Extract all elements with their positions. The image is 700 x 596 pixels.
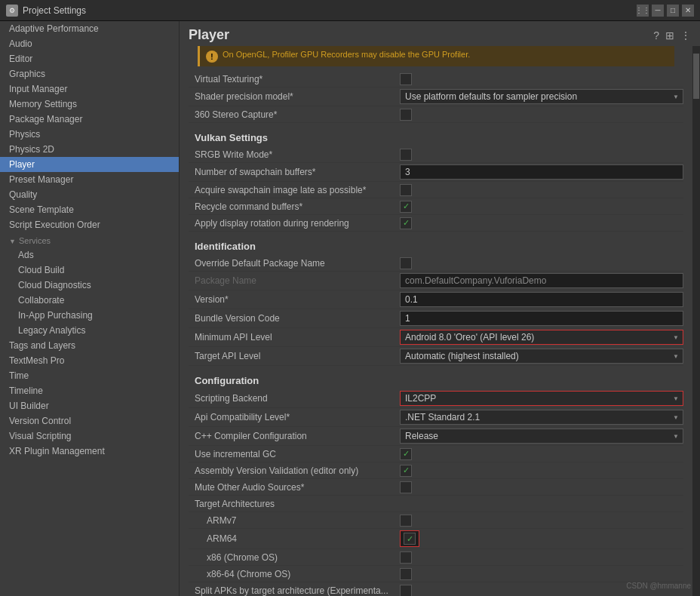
settings-value <box>400 164 683 180</box>
menu-btn[interactable]: ⋮⋮ <box>637 5 649 17</box>
acquire-swapchain-checkbox[interactable] <box>400 184 412 196</box>
sidebar-item-textmesh-pro[interactable]: TextMesh Pro <box>0 353 179 368</box>
settings-value <box>400 515 683 527</box>
content-header: Player ? ⊞ ⋮ <box>180 21 700 46</box>
settings-label: Shader precision model* <box>189 91 400 102</box>
sidebar-item-tags-and-layers[interactable]: Tags and Layers <box>0 338 179 353</box>
settings-value <box>400 481 683 493</box>
layout-icon[interactable]: ⊞ <box>665 29 674 41</box>
settings-label: Recycle command buffers* <box>189 201 400 212</box>
min-api-dropdown[interactable]: Android 8.0 'Oreo' (API level 26) <box>400 330 683 345</box>
settings-label: x86-64 (Chrome OS) <box>189 569 400 579</box>
settings-row: Package Name <box>189 272 683 290</box>
sidebar-item-physics[interactable]: Physics <box>0 127 179 142</box>
sidebar-item-visual-scripting[interactable]: Visual Scripting <box>0 429 179 444</box>
scripting-backend-dropdown[interactable]: IL2CPP <box>400 391 683 406</box>
settings-row: Assembly Version Validation (editor only… <box>189 462 683 479</box>
settings-label: Target API Level <box>189 351 400 361</box>
settings-row: ARM64 <box>189 529 683 549</box>
stereo-capture-checkbox[interactable] <box>400 109 412 121</box>
settings-row: C++ Compiler Configuration Release <box>189 427 683 446</box>
settings-value <box>400 292 683 307</box>
display-rotation-checkbox[interactable] <box>400 217 412 229</box>
settings-value <box>400 273 683 288</box>
virtual-texturing-checkbox[interactable] <box>400 73 412 85</box>
maximize-btn[interactable]: □ <box>667 5 679 17</box>
sidebar-item-time[interactable]: Time <box>0 368 179 383</box>
settings-label: Version* <box>189 294 400 305</box>
sidebar-item-input-manager[interactable]: Input Manager <box>0 81 179 97</box>
header-icons: ? ⊞ ⋮ <box>653 29 691 41</box>
close-btn[interactable]: ✕ <box>682 5 694 17</box>
srgb-checkbox[interactable] <box>400 149 412 161</box>
sidebar-item-in-app-purchasing[interactable]: In-App Purchasing <box>0 308 179 323</box>
settings-row: Virtual Texturing* <box>189 71 683 88</box>
sidebar-item-preset-manager[interactable]: Preset Manager <box>0 172 179 187</box>
x86-checkbox[interactable] <box>400 551 412 564</box>
split-apks-checkbox[interactable] <box>400 585 412 597</box>
recycle-cmd-checkbox[interactable] <box>400 201 412 213</box>
settings-row: Target API Level Automatic (highest inst… <box>189 347 683 366</box>
sidebar-item-cloud-diagnostics[interactable]: Cloud Diagnostics <box>0 278 179 293</box>
sidebar-item-cloud-build[interactable]: Cloud Build <box>0 263 179 278</box>
api-compat-dropdown[interactable]: .NET Standard 2.1 <box>400 410 683 425</box>
right-scrollbar[interactable] <box>692 46 700 596</box>
arm64-checkbox[interactable] <box>404 533 416 545</box>
package-name-input <box>400 273 683 288</box>
settings-label: 360 Stereo Capture* <box>189 109 400 120</box>
incremental-gc-checkbox[interactable] <box>400 448 412 460</box>
content-area: Player ? ⊞ ⋮ ! On OpenGL, Profiler GPU R… <box>180 21 700 596</box>
scrollbar-thumb[interactable] <box>693 54 699 99</box>
sidebar-item-package-manager[interactable]: Package Manager <box>0 112 179 127</box>
settings-row: SRGB Write Mode* <box>189 146 683 163</box>
swapchain-buffers-input[interactable] <box>400 164 683 180</box>
settings-label: Acquire swapchain image late as possible… <box>189 185 400 195</box>
armv7-checkbox[interactable] <box>400 515 412 527</box>
sidebar-item-editor[interactable]: Editor <box>0 51 179 66</box>
settings-label: Virtual Texturing* <box>189 74 400 84</box>
identification-title: Identification <box>189 235 683 255</box>
x86-64-checkbox[interactable] <box>400 568 412 580</box>
settings-row: Shader precision model* Use platform def… <box>189 88 683 106</box>
sidebar-item-memory-settings[interactable]: Memory Settings <box>0 97 179 112</box>
minimize-btn[interactable]: ─ <box>652 5 664 17</box>
settings-row: ARMv7 <box>189 512 683 529</box>
cpp-compiler-dropdown[interactable]: Release <box>400 429 683 444</box>
mute-audio-checkbox[interactable] <box>400 481 412 493</box>
sidebar-item-graphics[interactable]: Graphics <box>0 66 179 81</box>
configuration-title: Configuration <box>189 369 683 389</box>
settings-value <box>400 217 683 229</box>
settings-label: Mute Other Audio Sources* <box>189 482 400 493</box>
content-scroll-wrapper: ! On OpenGL, Profiler GPU Recorders may … <box>180 46 700 596</box>
shader-precision-dropdown[interactable]: Use platform defaults for sampler precis… <box>400 89 683 104</box>
sidebar-item-xr-plugin-management[interactable]: XR Plugin Management <box>0 444 179 459</box>
settings-value <box>400 109 683 121</box>
sidebar-item-physics-2d[interactable]: Physics 2D <box>0 142 179 157</box>
sidebar-item-version-control[interactable]: Version Control <box>0 413 179 429</box>
override-pkg-checkbox[interactable] <box>400 257 412 269</box>
sidebar-item-ui-builder[interactable]: UI Builder <box>0 398 179 413</box>
sidebar-item-player[interactable]: Player <box>0 157 179 172</box>
sidebar-item-collaborate[interactable]: Collaborate <box>0 293 179 308</box>
bundle-version-input[interactable] <box>400 311 683 326</box>
sidebar-item-script-execution-order[interactable]: Script Execution Order <box>0 217 179 232</box>
help-icon[interactable]: ? <box>653 29 659 41</box>
sidebar-item-adaptive-performance[interactable]: Adaptive Performance <box>0 21 179 36</box>
settings-label: Bundle Version Code <box>189 313 400 324</box>
target-api-dropdown[interactable]: Automatic (highest installed) <box>400 349 683 364</box>
sidebar-item-ads[interactable]: Ads <box>0 247 179 263</box>
sidebar-item-quality[interactable]: Quality <box>0 187 179 202</box>
settings-value <box>400 311 683 326</box>
more-icon[interactable]: ⋮ <box>680 29 691 41</box>
settings-value <box>400 149 683 161</box>
sidebar-item-timeline[interactable]: Timeline <box>0 383 179 398</box>
sidebar-item-services[interactable]: ▼Services <box>0 234 179 247</box>
assembly-version-checkbox[interactable] <box>400 465 412 477</box>
version-input[interactable] <box>400 292 683 307</box>
sidebar-item-legacy-analytics[interactable]: Legacy Analytics <box>0 323 179 338</box>
settings-label: ARMv7 <box>189 515 400 526</box>
api-compat-wrapper: .NET Standard 2.1 <box>400 410 683 425</box>
settings-row: 360 Stereo Capture* <box>189 106 683 123</box>
sidebar-item-scene-template[interactable]: Scene Template <box>0 202 179 217</box>
sidebar-item-audio[interactable]: Audio <box>0 36 179 51</box>
